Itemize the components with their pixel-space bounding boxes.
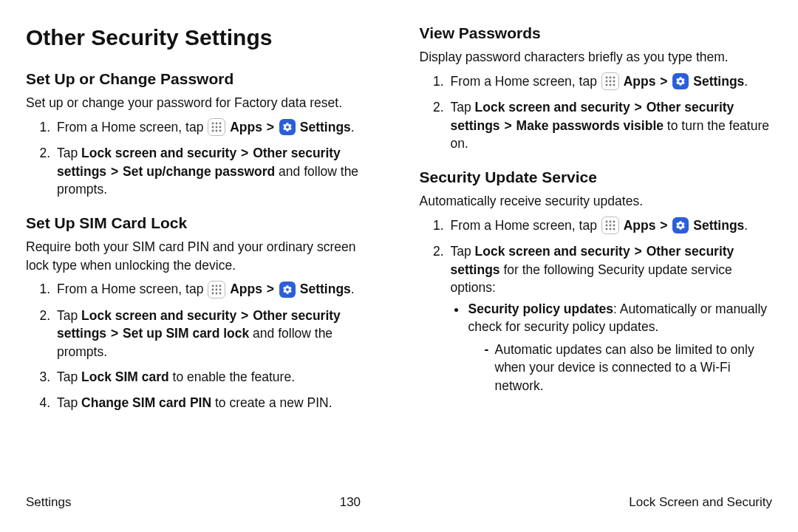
apps-label: Apps bbox=[624, 74, 656, 89]
heading-change-password: Set Up or Change Password bbox=[26, 68, 379, 89]
svg-point-21 bbox=[605, 81, 607, 83]
path-segment: Lock screen and security bbox=[81, 146, 236, 160]
desc-change-password: Set up or change your password for Facto… bbox=[26, 94, 379, 112]
list-item: From a Home screen, tap Apps > Settings. bbox=[448, 72, 773, 91]
bold-term: Lock SIM card bbox=[81, 369, 169, 384]
steps-security-update: From a Home screen, tap Apps > Settings.… bbox=[420, 216, 773, 395]
svg-point-12 bbox=[212, 288, 214, 290]
list-item: Tap Lock SIM card to enable the feature. bbox=[54, 368, 379, 386]
settings-label: Settings bbox=[693, 74, 744, 89]
step-text: Tap bbox=[451, 244, 475, 259]
chevron-icon: > bbox=[635, 244, 642, 259]
list-item: From a Home screen, tap Apps > Settings. bbox=[54, 280, 379, 299]
heading-sim-lock: Set Up SIM Card Lock bbox=[26, 212, 379, 233]
step-text: Automatic updates can also be limited to… bbox=[495, 342, 754, 393]
step-text: From a Home screen, tap bbox=[451, 74, 601, 89]
path-segment: Lock screen and security bbox=[475, 100, 630, 115]
svg-point-25 bbox=[609, 84, 611, 86]
svg-point-6 bbox=[212, 130, 214, 132]
svg-point-3 bbox=[212, 126, 214, 129]
chevron-icon: > bbox=[111, 164, 118, 179]
svg-point-5 bbox=[219, 126, 222, 129]
chevron-icon: > bbox=[504, 118, 511, 133]
svg-point-19 bbox=[609, 77, 611, 79]
list-item: From a Home screen, tap Apps > Settings. bbox=[448, 216, 773, 235]
step-text: to create a new PIN. bbox=[211, 395, 332, 410]
svg-point-31 bbox=[609, 225, 611, 227]
chevron-icon: > bbox=[267, 120, 274, 134]
svg-point-29 bbox=[613, 221, 615, 223]
chevron-icon: > bbox=[111, 326, 118, 341]
step-text: Tap bbox=[57, 395, 81, 410]
footer-page-number: 130 bbox=[340, 494, 361, 511]
svg-point-14 bbox=[219, 288, 222, 290]
apps-label: Apps bbox=[624, 218, 656, 233]
steps-view-passwords: From a Home screen, tap Apps > Settings.… bbox=[420, 72, 773, 153]
bold-term: Security policy updates bbox=[468, 301, 613, 316]
desc-sim-lock: Require both your SIM card PIN and your … bbox=[26, 238, 379, 274]
settings-icon bbox=[672, 217, 689, 233]
chevron-icon: > bbox=[241, 146, 248, 160]
svg-point-34 bbox=[609, 228, 611, 231]
footer-left: Settings bbox=[26, 494, 71, 511]
list-item: Tap Lock screen and security > Other sec… bbox=[54, 307, 379, 361]
page-footer: Settings 130 Lock Screen and Security bbox=[26, 494, 772, 511]
svg-point-11 bbox=[219, 284, 222, 287]
svg-point-24 bbox=[605, 84, 607, 86]
apps-icon bbox=[601, 72, 619, 90]
list-item: Tap Lock screen and security > Other sec… bbox=[54, 144, 379, 199]
svg-point-16 bbox=[216, 292, 218, 294]
list-item: Tap Lock screen and security > Other sec… bbox=[448, 242, 773, 395]
chevron-icon: > bbox=[241, 308, 248, 323]
desc-view-passwords: Display password characters briefly as y… bbox=[420, 48, 773, 66]
list-item: From a Home screen, tap Apps > Settings. bbox=[54, 118, 379, 137]
svg-point-32 bbox=[613, 225, 615, 227]
path-segment: Lock screen and security bbox=[475, 244, 630, 259]
svg-point-7 bbox=[216, 130, 218, 132]
chevron-icon: > bbox=[267, 282, 274, 296]
step-text: From a Home screen, tap bbox=[451, 218, 601, 233]
svg-point-9 bbox=[212, 284, 214, 287]
step-text: Tap bbox=[57, 146, 81, 160]
desc-security-update: Automatically receive security updates. bbox=[420, 192, 773, 211]
svg-point-17 bbox=[219, 292, 222, 294]
step-text: From a Home screen, tap bbox=[57, 120, 207, 134]
settings-icon bbox=[279, 119, 296, 135]
svg-point-1 bbox=[216, 123, 218, 125]
path-segment: Set up/change password bbox=[123, 164, 275, 179]
apps-icon bbox=[208, 118, 225, 136]
apps-label: Apps bbox=[230, 120, 262, 134]
chevron-icon: > bbox=[660, 218, 667, 233]
svg-point-2 bbox=[219, 123, 222, 125]
list-item: Tap Lock screen and security > Other sec… bbox=[448, 98, 773, 153]
svg-point-27 bbox=[605, 221, 607, 223]
right-column: View Passwords Display password characte… bbox=[420, 22, 773, 419]
svg-point-26 bbox=[613, 84, 615, 86]
settings-label: Settings bbox=[300, 282, 351, 296]
steps-change-password: From a Home screen, tap Apps > Settings.… bbox=[26, 118, 379, 199]
svg-point-8 bbox=[219, 130, 222, 132]
bold-term: Change SIM card PIN bbox=[81, 395, 211, 410]
path-segment: Make passwords visible bbox=[516, 118, 664, 133]
heading-view-passwords: View Passwords bbox=[420, 22, 773, 44]
svg-point-23 bbox=[613, 81, 615, 83]
svg-point-20 bbox=[613, 77, 615, 79]
path-segment: Set up SIM card lock bbox=[123, 326, 249, 341]
step-text: to enable the feature. bbox=[169, 369, 295, 384]
settings-label: Settings bbox=[300, 120, 351, 134]
svg-point-33 bbox=[605, 228, 607, 231]
settings-icon bbox=[279, 282, 296, 298]
settings-icon bbox=[672, 73, 689, 89]
svg-point-15 bbox=[212, 292, 214, 294]
svg-point-35 bbox=[613, 228, 615, 231]
chevron-icon: > bbox=[635, 100, 642, 115]
step-text: Tap bbox=[57, 308, 81, 323]
options-list: Security policy updates: Automatically o… bbox=[451, 300, 773, 395]
svg-point-22 bbox=[609, 81, 611, 83]
left-column: Other Security Settings Set Up or Change… bbox=[26, 22, 379, 419]
page-title: Other Security Settings bbox=[26, 22, 379, 53]
settings-label: Settings bbox=[693, 218, 744, 233]
svg-point-0 bbox=[212, 123, 214, 125]
apps-label: Apps bbox=[230, 282, 262, 296]
chevron-icon: > bbox=[660, 74, 667, 89]
